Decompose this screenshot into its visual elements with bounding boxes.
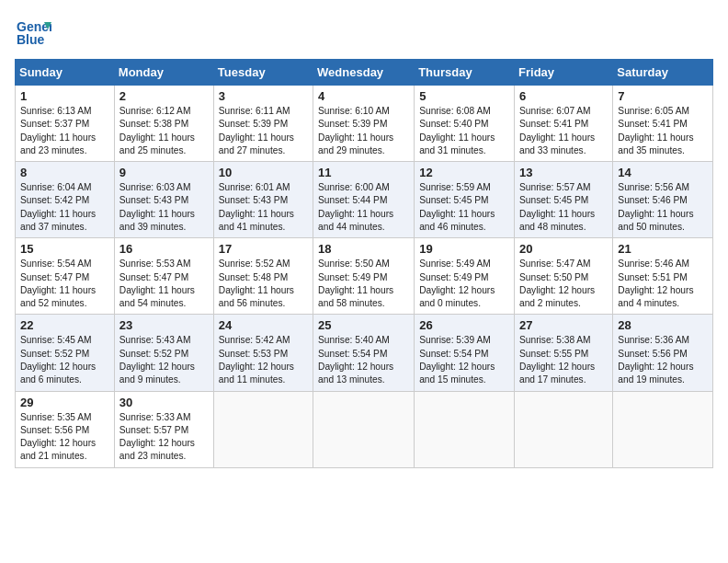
calendar-week-row: 29Sunrise: 5:35 AMSunset: 5:56 PMDayligh… — [16, 391, 713, 467]
calendar-cell: 1Sunrise: 6:13 AMSunset: 5:37 PMDaylight… — [16, 86, 115, 162]
col-header-tuesday: Tuesday — [213, 60, 313, 86]
calendar-cell: 25Sunrise: 5:40 AMSunset: 5:54 PMDayligh… — [313, 315, 415, 391]
day-number: 3 — [219, 89, 308, 103]
col-header-sunday: Sunday — [16, 60, 115, 86]
calendar-cell: 18Sunrise: 5:50 AMSunset: 5:49 PMDayligh… — [313, 238, 415, 315]
day-number: 22 — [20, 318, 109, 332]
calendar-cell: 2Sunrise: 6:12 AMSunset: 5:38 PMDaylight… — [114, 86, 213, 162]
cell-content: Sunrise: 6:08 AMSunset: 5:40 PMDaylight:… — [419, 105, 509, 157]
calendar-cell: 5Sunrise: 6:08 AMSunset: 5:40 PMDaylight… — [415, 86, 515, 162]
day-number: 10 — [219, 166, 308, 179]
calendar-cell — [213, 391, 313, 467]
calendar-cell: 4Sunrise: 6:10 AMSunset: 5:39 PMDaylight… — [313, 86, 415, 162]
day-number: 29 — [20, 396, 109, 409]
cell-content: Sunrise: 5:36 AMSunset: 5:56 PMDaylight:… — [618, 334, 708, 386]
calendar-cell: 3Sunrise: 6:11 AMSunset: 5:39 PMDaylight… — [213, 86, 313, 162]
day-number: 7 — [618, 89, 708, 103]
calendar-cell: 22Sunrise: 5:45 AMSunset: 5:52 PMDayligh… — [16, 315, 115, 391]
calendar-cell: 9Sunrise: 6:03 AMSunset: 5:43 PMDaylight… — [114, 162, 213, 238]
day-number: 6 — [519, 89, 608, 103]
day-number: 4 — [318, 89, 409, 103]
calendar-cell: 13Sunrise: 5:57 AMSunset: 5:45 PMDayligh… — [515, 162, 613, 238]
cell-content: Sunrise: 5:40 AMSunset: 5:54 PMDaylight:… — [318, 334, 409, 386]
cell-content: Sunrise: 5:59 AMSunset: 5:45 PMDaylight:… — [419, 181, 509, 234]
cell-content: Sunrise: 6:03 AMSunset: 5:43 PMDaylight:… — [119, 181, 209, 234]
day-number: 25 — [318, 318, 409, 332]
day-number: 14 — [618, 166, 708, 179]
calendar-cell: 7Sunrise: 6:05 AMSunset: 5:41 PMDaylight… — [613, 86, 713, 162]
calendar-cell: 10Sunrise: 6:01 AMSunset: 5:43 PMDayligh… — [213, 162, 313, 238]
calendar-cell — [313, 391, 415, 467]
calendar-week-row: 22Sunrise: 5:45 AMSunset: 5:52 PMDayligh… — [16, 315, 713, 391]
day-number: 28 — [618, 318, 708, 332]
col-header-monday: Monday — [114, 60, 213, 86]
cell-content: Sunrise: 5:39 AMSunset: 5:54 PMDaylight:… — [419, 334, 509, 386]
calendar-cell: 29Sunrise: 5:35 AMSunset: 5:56 PMDayligh… — [16, 391, 115, 467]
cell-content: Sunrise: 5:35 AMSunset: 5:56 PMDaylight:… — [20, 411, 109, 464]
cell-content: Sunrise: 6:11 AMSunset: 5:39 PMDaylight:… — [219, 105, 308, 157]
calendar-cell: 21Sunrise: 5:46 AMSunset: 5:51 PMDayligh… — [613, 238, 713, 315]
day-number: 21 — [618, 242, 708, 256]
page-header: General Blue — [15, 15, 713, 52]
cell-content: Sunrise: 6:04 AMSunset: 5:42 PMDaylight:… — [20, 181, 109, 234]
cell-content: Sunrise: 5:38 AMSunset: 5:55 PMDaylight:… — [519, 334, 608, 386]
col-header-wednesday: Wednesday — [313, 60, 415, 86]
calendar-cell — [515, 391, 613, 467]
calendar-table: SundayMondayTuesdayWednesdayThursdayFrid… — [15, 59, 713, 468]
day-number: 8 — [20, 166, 109, 179]
calendar-cell: 27Sunrise: 5:38 AMSunset: 5:55 PMDayligh… — [515, 315, 613, 391]
cell-content: Sunrise: 6:00 AMSunset: 5:44 PMDaylight:… — [318, 181, 409, 234]
cell-content: Sunrise: 6:10 AMSunset: 5:39 PMDaylight:… — [318, 105, 409, 157]
calendar-cell: 28Sunrise: 5:36 AMSunset: 5:56 PMDayligh… — [613, 315, 713, 391]
day-number: 15 — [20, 242, 109, 256]
cell-content: Sunrise: 5:52 AMSunset: 5:48 PMDaylight:… — [219, 258, 308, 310]
calendar-cell: 8Sunrise: 6:04 AMSunset: 5:42 PMDaylight… — [16, 162, 115, 238]
cell-content: Sunrise: 5:43 AMSunset: 5:52 PMDaylight:… — [119, 334, 209, 386]
col-header-friday: Friday — [515, 60, 613, 86]
cell-content: Sunrise: 5:54 AMSunset: 5:47 PMDaylight:… — [20, 258, 109, 310]
day-number: 26 — [419, 318, 509, 332]
cell-content: Sunrise: 5:46 AMSunset: 5:51 PMDaylight:… — [618, 258, 708, 310]
logo: General Blue — [15, 15, 55, 52]
cell-content: Sunrise: 5:57 AMSunset: 5:45 PMDaylight:… — [519, 181, 608, 234]
cell-content: Sunrise: 5:53 AMSunset: 5:47 PMDaylight:… — [119, 258, 209, 310]
calendar-cell: 24Sunrise: 5:42 AMSunset: 5:53 PMDayligh… — [213, 315, 313, 391]
calendar-cell: 14Sunrise: 5:56 AMSunset: 5:46 PMDayligh… — [613, 162, 713, 238]
calendar-cell: 23Sunrise: 5:43 AMSunset: 5:52 PMDayligh… — [114, 315, 213, 391]
day-number: 13 — [519, 166, 608, 179]
day-number: 18 — [318, 242, 409, 256]
day-number: 9 — [119, 166, 209, 179]
calendar-cell: 26Sunrise: 5:39 AMSunset: 5:54 PMDayligh… — [415, 315, 515, 391]
day-number: 20 — [519, 242, 608, 256]
calendar-week-row: 15Sunrise: 5:54 AMSunset: 5:47 PMDayligh… — [16, 238, 713, 315]
calendar-cell: 16Sunrise: 5:53 AMSunset: 5:47 PMDayligh… — [114, 238, 213, 315]
cell-content: Sunrise: 5:42 AMSunset: 5:53 PMDaylight:… — [219, 334, 308, 386]
calendar-cell — [415, 391, 515, 467]
day-number: 27 — [519, 318, 608, 332]
day-number: 23 — [119, 318, 209, 332]
cell-content: Sunrise: 6:01 AMSunset: 5:43 PMDaylight:… — [219, 181, 308, 234]
cell-content: Sunrise: 6:07 AMSunset: 5:41 PMDaylight:… — [519, 105, 608, 157]
day-number: 11 — [318, 166, 409, 179]
calendar-header-row: SundayMondayTuesdayWednesdayThursdayFrid… — [16, 60, 713, 86]
cell-content: Sunrise: 5:50 AMSunset: 5:49 PMDaylight:… — [318, 258, 409, 310]
day-number: 5 — [419, 89, 509, 103]
svg-text:Blue: Blue — [17, 32, 45, 47]
logo-icon: General Blue — [15, 15, 51, 52]
calendar-cell: 12Sunrise: 5:59 AMSunset: 5:45 PMDayligh… — [415, 162, 515, 238]
cell-content: Sunrise: 5:45 AMSunset: 5:52 PMDaylight:… — [20, 334, 109, 386]
day-number: 2 — [119, 89, 209, 103]
day-number: 12 — [419, 166, 509, 179]
cell-content: Sunrise: 6:13 AMSunset: 5:37 PMDaylight:… — [20, 105, 109, 157]
calendar-cell: 19Sunrise: 5:49 AMSunset: 5:49 PMDayligh… — [415, 238, 515, 315]
cell-content: Sunrise: 5:47 AMSunset: 5:50 PMDaylight:… — [519, 258, 608, 310]
calendar-cell: 15Sunrise: 5:54 AMSunset: 5:47 PMDayligh… — [16, 238, 115, 315]
cell-content: Sunrise: 5:33 AMSunset: 5:57 PMDaylight:… — [119, 411, 209, 464]
calendar-cell: 30Sunrise: 5:33 AMSunset: 5:57 PMDayligh… — [114, 391, 213, 467]
cell-content: Sunrise: 5:56 AMSunset: 5:46 PMDaylight:… — [618, 181, 708, 234]
day-number: 16 — [119, 242, 209, 256]
day-number: 17 — [219, 242, 308, 256]
calendar-cell: 11Sunrise: 6:00 AMSunset: 5:44 PMDayligh… — [313, 162, 415, 238]
calendar-cell: 20Sunrise: 5:47 AMSunset: 5:50 PMDayligh… — [515, 238, 613, 315]
calendar-week-row: 1Sunrise: 6:13 AMSunset: 5:37 PMDaylight… — [16, 86, 713, 162]
